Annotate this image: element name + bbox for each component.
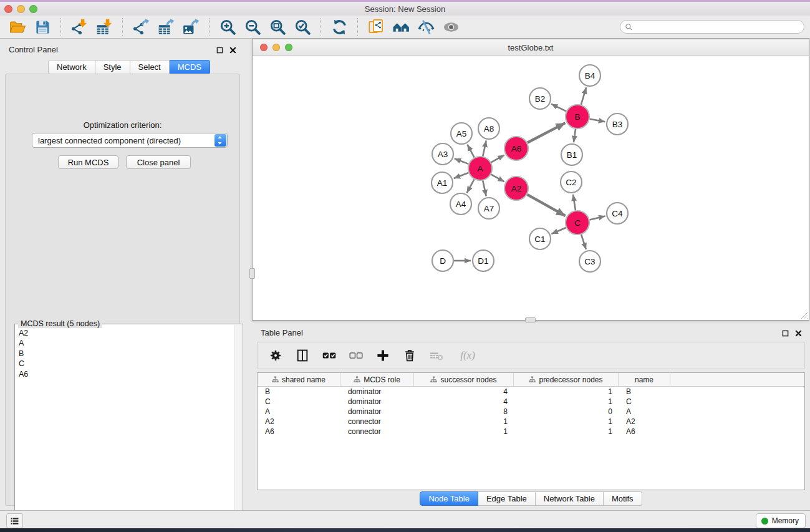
- graph-edge-A-A7[interactable]: [483, 181, 486, 196]
- panel-divider-grip-vertical[interactable]: [249, 268, 255, 279]
- deselect-all-checkbox-button[interactable]: [348, 347, 364, 364]
- column-header-MCDS-role[interactable]: MCDS role: [340, 373, 414, 386]
- column-header-name[interactable]: name: [619, 373, 670, 386]
- column-header-shared-name[interactable]: shared name: [258, 373, 340, 386]
- graph-edge-A-A4[interactable]: [467, 180, 475, 193]
- graph-node-C2[interactable]: C2: [561, 172, 582, 193]
- graph-edge-A6-B[interactable]: [528, 123, 566, 143]
- graph-edge-B-B2[interactable]: [551, 104, 566, 112]
- table-tab-node-table[interactable]: Node Table: [420, 491, 478, 506]
- select-all-checkbox-button[interactable]: [321, 347, 337, 364]
- zoom-fit-icon: [269, 19, 286, 36]
- graph-node-B4[interactable]: B4: [579, 65, 600, 86]
- tab-style[interactable]: Style: [95, 60, 130, 74]
- table-row-A[interactable]: Adominator80A: [258, 407, 804, 417]
- delete-columns-button[interactable]: [402, 347, 418, 364]
- table-row-A2[interactable]: A2connector11A2: [258, 417, 804, 427]
- float-table-panel-button[interactable]: [781, 329, 789, 337]
- graph-node-A1[interactable]: A1: [432, 172, 453, 193]
- graph-edge-C-C4[interactable]: [589, 216, 605, 220]
- column-header-successor-nodes[interactable]: successor nodes: [414, 373, 514, 386]
- table-tab-motifs[interactable]: Motifs: [604, 491, 642, 506]
- graph-node-A6[interactable]: A6: [504, 137, 528, 160]
- zoom-out-button[interactable]: [240, 17, 265, 37]
- zoom-fit-button[interactable]: [265, 17, 290, 37]
- zoom-selected-button[interactable]: [290, 17, 315, 37]
- hide-selected-button[interactable]: [413, 17, 438, 37]
- refresh-view-button[interactable]: [327, 17, 352, 37]
- table-tab-network-table[interactable]: Network Table: [536, 491, 604, 506]
- graph-node-B[interactable]: B: [566, 105, 589, 128]
- tab-network[interactable]: Network: [48, 60, 95, 74]
- graph-edge-B-B1[interactable]: [574, 129, 576, 142]
- search-input[interactable]: [635, 21, 804, 32]
- graph-edge-A-A1[interactable]: [454, 173, 469, 178]
- import-table-button[interactable]: [92, 17, 117, 37]
- table-tab-edge-table[interactable]: Edge Table: [478, 491, 536, 506]
- table-settings-gear-button[interactable]: [268, 347, 284, 364]
- mcds-result-item[interactable]: B: [19, 349, 234, 359]
- run-mcds-button[interactable]: Run MCDS: [58, 155, 118, 169]
- column-header-predecessor-nodes[interactable]: predecessor nodes: [514, 373, 619, 386]
- first-neighbors-button[interactable]: [388, 17, 413, 37]
- show-panels-button[interactable]: [6, 513, 23, 528]
- graph-edge-C-C2[interactable]: [573, 195, 576, 210]
- graph-node-B1[interactable]: B1: [561, 144, 582, 165]
- graph-node-B2[interactable]: B2: [529, 88, 551, 109]
- add-column-button[interactable]: [375, 347, 391, 364]
- optimization-criterion-select[interactable]: largest connected component (directed): [32, 133, 228, 148]
- export-network-button[interactable]: [128, 17, 153, 37]
- graph-node-D1[interactable]: D1: [473, 250, 494, 271]
- import-network-button[interactable]: [67, 17, 92, 37]
- column-chooser-button[interactable]: [294, 347, 311, 364]
- zoom-in-button[interactable]: [215, 17, 240, 37]
- graph-node-A3[interactable]: A3: [432, 143, 453, 165]
- graph-node-B3[interactable]: B3: [607, 114, 628, 135]
- graph-edge-A-A6[interactable]: [491, 155, 504, 163]
- graph-edge-A-A2[interactable]: [491, 175, 504, 182]
- open-session-button[interactable]: [5, 17, 30, 37]
- memory-button[interactable]: Memory: [756, 513, 806, 528]
- tab-select[interactable]: Select: [130, 60, 170, 74]
- graph-edge-A-A8[interactable]: [483, 141, 486, 157]
- panel-divider-grip-horizontal[interactable]: [525, 317, 536, 322]
- graph-edge-A-A3[interactable]: [455, 158, 469, 164]
- graph-node-A[interactable]: A: [468, 157, 492, 180]
- graph-edge-C-C3[interactable]: [581, 235, 586, 249]
- graph-node-A2[interactable]: A2: [504, 177, 528, 200]
- save-session-button[interactable]: [30, 17, 55, 37]
- graph-node-C[interactable]: C: [566, 211, 589, 235]
- graph-edge-B-B4[interactable]: [581, 87, 586, 105]
- graph-node-A8[interactable]: A8: [478, 118, 499, 139]
- result-scrollbar[interactable]: [234, 325, 242, 531]
- graph-node-C3[interactable]: C3: [579, 251, 600, 272]
- graph-edge-C-C1[interactable]: [551, 228, 566, 234]
- table-row-B[interactable]: Bdominator41B: [258, 387, 804, 397]
- float-panel-button[interactable]: [215, 46, 224, 54]
- tab-mcds[interactable]: MCDS: [170, 60, 210, 74]
- show-all-button[interactable]: [438, 17, 463, 37]
- graph-node-C1[interactable]: C1: [529, 228, 551, 249]
- graph-edge-B-B3[interactable]: [590, 119, 605, 122]
- graph-edge-A2-C[interactable]: [527, 195, 565, 216]
- mcds-result-item[interactable]: A6: [19, 369, 234, 379]
- close-panel-button[interactable]: [228, 46, 237, 54]
- network-from-selection-button[interactable]: [364, 17, 388, 37]
- window-resize-grip[interactable]: [800, 311, 808, 319]
- table-row-A6[interactable]: A6connector11A6: [258, 427, 804, 437]
- mcds-result-item[interactable]: A2: [19, 328, 234, 338]
- close-table-panel-button[interactable]: [794, 329, 803, 337]
- graph-edge-A-A5[interactable]: [467, 145, 474, 158]
- table-row-C[interactable]: Cdominator41C: [258, 397, 804, 407]
- network-canvas[interactable]: B4B2BB3A8A5A6A3B1AA1C2A2A4A7C4CC1C3DD1: [253, 56, 809, 320]
- graph-node-A5[interactable]: A5: [451, 123, 472, 144]
- graph-node-A4[interactable]: A4: [450, 193, 471, 215]
- graph-node-D[interactable]: D: [432, 250, 453, 271]
- close-panel-pushbutton[interactable]: Close panel: [126, 155, 191, 169]
- graph-node-C4[interactable]: C4: [607, 203, 628, 224]
- graph-node-A7[interactable]: A7: [478, 198, 499, 219]
- mcds-result-item[interactable]: A: [19, 338, 234, 348]
- export-image-button[interactable]: [178, 17, 203, 37]
- export-table-button[interactable]: [153, 17, 178, 37]
- mcds-result-item[interactable]: C: [19, 359, 234, 369]
